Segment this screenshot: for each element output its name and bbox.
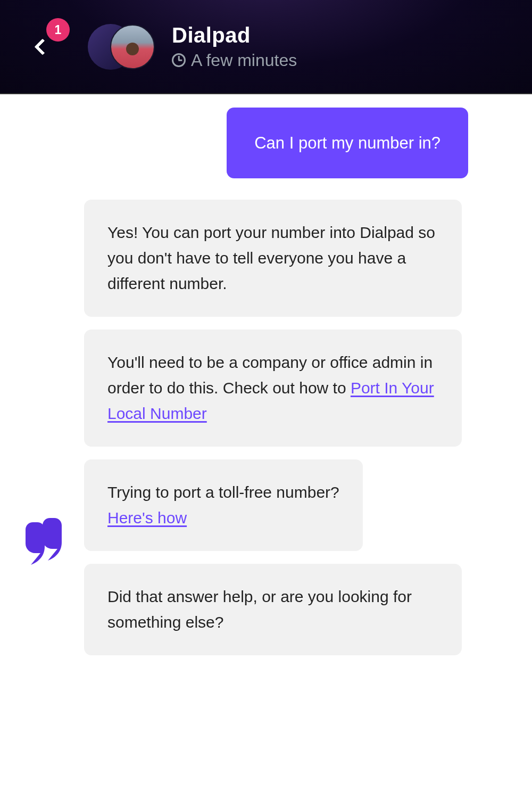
- bot-message: Did that answer help, or are you looking…: [84, 564, 462, 655]
- dialpad-logo-icon: [23, 518, 65, 565]
- avatar-front: [110, 24, 155, 69]
- title-area: Dialpad A few minutes: [172, 23, 297, 70]
- bot-message: Trying to port a toll-free number? Here'…: [84, 459, 363, 551]
- bot-message: Yes! You can port your number into Dialp…: [84, 200, 462, 317]
- chat-title: Dialpad: [172, 23, 297, 47]
- clock-icon: [172, 53, 186, 67]
- bot-text: Trying to port a toll-free number?: [107, 483, 339, 501]
- response-time: A few minutes: [191, 51, 297, 70]
- bot-message: You'll need to be a company or office ad…: [84, 330, 462, 447]
- avatar-stack: [88, 23, 157, 71]
- chat-header: 1 Dialpad A few minutes: [0, 0, 532, 94]
- subtitle-row: A few minutes: [172, 51, 297, 70]
- toll-free-link[interactable]: Here's how: [107, 509, 187, 526]
- chat-area: Can I port my number in? Yes! You can po…: [0, 94, 532, 655]
- notification-badge: 1: [46, 18, 70, 42]
- chevron-left-icon: [34, 38, 51, 55]
- user-message: Can I port my number in?: [227, 108, 468, 178]
